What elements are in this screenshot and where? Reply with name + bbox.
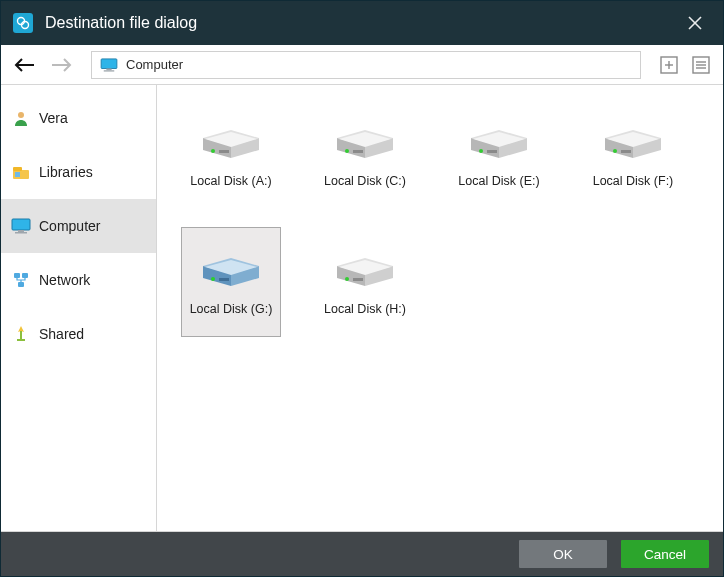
sidebar-item-label: Network	[39, 272, 90, 288]
app-icon	[13, 13, 33, 33]
cancel-button[interactable]: Cancel	[621, 540, 709, 568]
computer-icon	[11, 216, 31, 236]
sidebar: Vera Libraries Computer Network	[1, 85, 157, 531]
dialog-window: Destination file dialog Computer	[0, 0, 724, 577]
arrow-left-icon	[14, 57, 36, 73]
drive-label: Local Disk (C:)	[324, 174, 406, 188]
svg-point-16	[22, 22, 29, 29]
sidebar-item-vera[interactable]: Vera	[1, 91, 156, 145]
hard-disk-icon	[199, 248, 263, 292]
drive-label: Local Disk (E:)	[458, 174, 539, 188]
view-list-button[interactable]	[689, 53, 713, 77]
libraries-icon	[11, 162, 31, 182]
sidebar-item-label: Computer	[39, 218, 100, 234]
forward-button[interactable]	[47, 51, 75, 79]
svg-rect-32	[14, 273, 20, 278]
drive-label: Local Disk (H:)	[324, 302, 406, 316]
drive-label: Local Disk (G:)	[190, 302, 273, 316]
dialog-body: Vera Libraries Computer Network	[1, 85, 723, 532]
drive-label: Local Disk (A:)	[190, 174, 271, 188]
user-icon	[11, 108, 31, 128]
sidebar-item-label: Libraries	[39, 164, 93, 180]
close-icon	[688, 16, 702, 30]
sidebar-item-network[interactable]: Network	[1, 253, 156, 307]
shared-icon	[11, 324, 31, 344]
hard-disk-icon	[333, 248, 397, 292]
network-icon	[11, 270, 31, 290]
svg-rect-34	[18, 282, 24, 287]
sidebar-item-libraries[interactable]: Libraries	[1, 145, 156, 199]
hard-disk-icon	[333, 120, 397, 164]
hard-disk-icon	[467, 120, 531, 164]
computer-icon	[100, 58, 118, 72]
toolbar: Computer	[1, 45, 723, 85]
hard-disk-icon	[601, 120, 665, 164]
sidebar-item-label: Vera	[39, 110, 68, 126]
hard-disk-icon	[199, 120, 263, 164]
drive-item[interactable]: Local Disk (H:)	[315, 227, 415, 337]
drive-item[interactable]: Local Disk (C:)	[315, 99, 415, 209]
drive-item[interactable]: Local Disk (A:)	[181, 99, 281, 209]
window-title: Destination file dialog	[45, 14, 667, 32]
arrow-right-icon	[50, 57, 72, 73]
svg-rect-33	[22, 273, 28, 278]
svg-rect-31	[15, 172, 20, 177]
plus-box-icon	[660, 56, 678, 74]
drive-label: Local Disk (F:)	[593, 174, 674, 188]
close-button[interactable]	[679, 7, 711, 39]
list-icon	[692, 56, 710, 74]
svg-rect-30	[13, 167, 22, 171]
title-bar: Destination file dialog	[1, 1, 723, 45]
svg-point-28	[18, 112, 24, 118]
sidebar-item-shared[interactable]: Shared	[1, 307, 156, 361]
svg-rect-37	[17, 339, 25, 341]
path-label: Computer	[126, 57, 183, 72]
path-bar[interactable]: Computer	[91, 51, 641, 79]
drive-item[interactable]: Local Disk (G:)	[181, 227, 281, 337]
drive-list: Local Disk (A:) Local Disk (C:) Local Di…	[157, 85, 723, 531]
ok-button[interactable]: OK	[519, 540, 607, 568]
sidebar-item-label: Shared	[39, 326, 84, 342]
svg-point-15	[18, 18, 25, 25]
drive-item[interactable]: Local Disk (E:)	[449, 99, 549, 209]
back-button[interactable]	[11, 51, 39, 79]
new-folder-button[interactable]	[657, 53, 681, 77]
drive-item[interactable]: Local Disk (F:)	[583, 99, 683, 209]
sidebar-item-computer[interactable]: Computer	[1, 199, 156, 253]
footer: OK Cancel	[1, 532, 723, 576]
